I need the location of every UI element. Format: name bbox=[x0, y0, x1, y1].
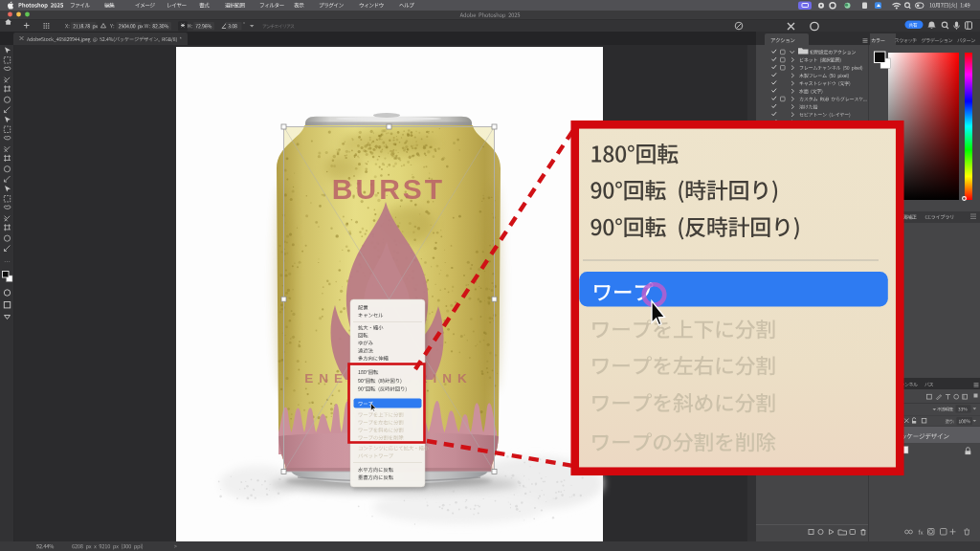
svg-text:BURST: BURST bbox=[332, 173, 445, 205]
